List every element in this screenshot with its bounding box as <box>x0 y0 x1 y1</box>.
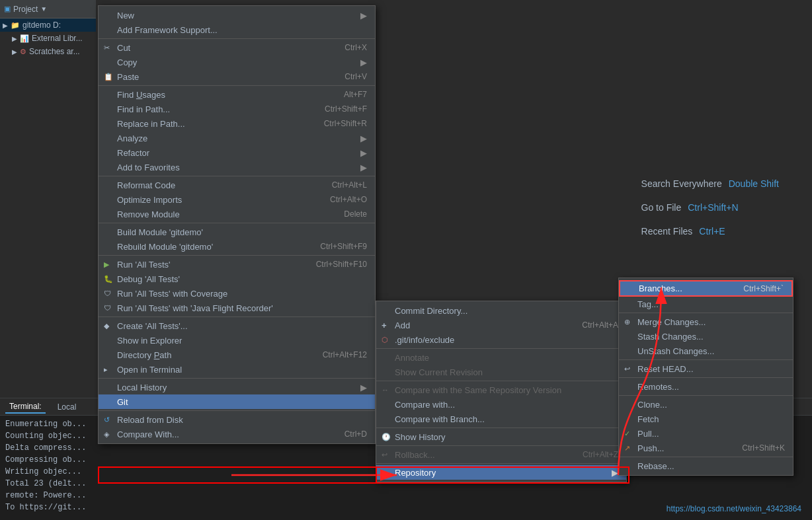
menu-item-refactor[interactable]: Refactor ▶ <box>99 145 375 160</box>
search-everywhere-shortcut: Double Shift <box>729 178 779 189</box>
menu-item-run-flight[interactable]: 🛡 Run 'All Tests' with 'Java Flight Reco… <box>99 301 375 315</box>
menu-item-build-module[interactable]: Build Module 'gitdemo' <box>99 225 375 239</box>
unstash-label: UnStash Changes... <box>637 346 714 356</box>
merge-changes-label: Merge Changes... <box>637 317 706 327</box>
find-in-path-label: Find in Path... <box>117 104 170 114</box>
menu-item-paste[interactable]: 📋 Paste Ctrl+V <box>99 69 375 84</box>
refactor-arrow: ▶ <box>360 148 367 158</box>
git-menu-annotate[interactable]: Annotate <box>376 350 626 365</box>
reset-head-label: Reset HEAD... <box>637 364 694 374</box>
git-menu-compare-same[interactable]: ↔ Compare with the Same Repository Versi… <box>376 383 626 397</box>
tree-item-scratches[interactable]: ▶ ⚙ Scratches ar... <box>0 45 96 58</box>
git-menu-compare-branch[interactable]: Compare with Branch... <box>376 412 626 426</box>
paste-label: Paste <box>117 72 139 82</box>
refactor-label: Refactor <box>117 148 149 158</box>
git-menu-show-current-rev[interactable]: Show Current Revision <box>376 365 626 379</box>
git-menu-add[interactable]: + Add Ctrl+Alt+A <box>376 318 626 332</box>
repo-menu-rebase[interactable]: Rebase... <box>619 459 793 473</box>
compare-same-icon: ↔ <box>382 386 389 394</box>
replace-in-path-label: Replace in Path... <box>117 119 185 129</box>
terminal-tab-local[interactable]: Local <box>54 401 81 413</box>
repo-menu-reset-head[interactable]: ↩ Reset HEAD... <box>619 361 793 376</box>
context-menu-git: Commit Directory... + Add Ctrl+Alt+A ⬡ .… <box>376 301 627 482</box>
repository-arrow: ▶ <box>612 468 618 478</box>
menu-item-remove-module[interactable]: Remove Module Delete <box>99 207 375 221</box>
recent-files-label: Recent Files <box>641 226 693 237</box>
menu-item-add-framework[interactable]: Add Framework Support... <box>99 22 375 37</box>
terminal-tab-terminal[interactable]: Terminal: <box>5 400 46 414</box>
menu-item-cut[interactable]: ✂ Cut Ctrl+X <box>99 40 375 55</box>
menu-item-create-tests[interactable]: ◆ Create 'All Tests'... <box>99 318 375 333</box>
local-history-label: Local History <box>117 383 167 392</box>
folder-icon: 📁 <box>11 21 20 30</box>
tree-item-gitdemo[interactable]: ▶ 📁 gitdemo D: <box>0 19 96 32</box>
menu-item-run-all-tests[interactable]: ▶ Run 'All Tests' Ctrl+Shift+F10 <box>99 257 375 272</box>
menu-item-find-usages[interactable]: Find Usages Alt+F7 <box>99 87 375 102</box>
go-to-file-shortcut: Ctrl+Shift+N <box>688 202 738 213</box>
git-sep-3 <box>376 427 626 428</box>
context-menu-repo: Branches... Ctrl+Shift+` Tag... ⊕ Merge … <box>618 278 793 476</box>
menu-item-open-terminal[interactable]: ▸ Open in Terminal <box>99 362 375 377</box>
debug-all-tests-label: Debug 'All Tests' <box>117 274 180 284</box>
separator-3 <box>99 176 375 176</box>
expand-icon: ▶ <box>3 22 8 29</box>
menu-item-local-history[interactable]: Local History ▶ <box>99 380 375 394</box>
menu-item-compare-with[interactable]: ◈ Compare With... Ctrl+D <box>99 427 375 441</box>
debug-icon: 🐛 <box>104 275 113 283</box>
menu-item-debug-all-tests[interactable]: 🐛 Debug 'All Tests' <box>99 272 375 286</box>
undo-icon: ↩ <box>624 365 630 373</box>
run-icon: ▶ <box>104 260 109 269</box>
git-menu-git-info[interactable]: ⬡ .git/info/exclude <box>376 332 626 347</box>
menu-item-reformat[interactable]: Reformat Code Ctrl+Alt+L <box>99 178 375 192</box>
menu-item-directory-path[interactable]: Directory Path Ctrl+Alt+F12 <box>99 348 375 362</box>
flight-icon: 🛡 <box>104 304 111 312</box>
repo-menu-fetch[interactable]: Fetch <box>619 412 793 426</box>
git-menu-show-history[interactable]: 🕐 Show History <box>376 429 626 444</box>
stash-label: Stash Changes... <box>637 332 704 342</box>
repo-sep-4 <box>619 395 793 396</box>
menu-item-copy[interactable]: Copy ▶ <box>99 55 375 69</box>
run-flight-label: Run 'All Tests' with 'Java Flight Record… <box>117 303 273 313</box>
git-sep-1 <box>376 348 626 349</box>
rebuild-module-label: Rebuild Module 'gitdemo' <box>117 242 213 252</box>
repo-menu-remotes[interactable]: Remotes... <box>619 379 793 394</box>
menu-item-reload-disk[interactable]: ↺ Reload from Disk <box>99 412 375 427</box>
rollback-shortcut: Ctrl+Alt+Z <box>583 450 618 459</box>
menu-item-find-in-path[interactable]: Find in Path... Ctrl+Shift+F <box>99 102 375 116</box>
menu-item-replace-in-path[interactable]: Replace in Path... Ctrl+Shift+R <box>99 116 375 131</box>
git-menu-compare-with[interactable]: Compare with... <box>376 397 626 412</box>
menu-item-git[interactable]: Git <box>99 394 375 409</box>
tree-item-external-libs[interactable]: ▶ 📊 External Libr... <box>0 32 96 45</box>
menu-item-optimize-imports[interactable]: Optimize Imports Ctrl+Alt+O <box>99 192 375 207</box>
go-to-file-label: Go to File <box>641 202 682 213</box>
git-menu-rollback[interactable]: ↩ Rollback... Ctrl+Alt+Z <box>376 447 626 462</box>
menu-item-show-explorer[interactable]: Show in Explorer <box>99 333 375 348</box>
directory-path-shortcut: Ctrl+Alt+F12 <box>323 350 367 359</box>
libs-icon: 📊 <box>20 34 29 43</box>
show-current-rev-label: Show Current Revision <box>395 367 483 377</box>
reformat-label: Reformat Code <box>117 180 175 190</box>
remove-module-label: Remove Module <box>117 209 180 219</box>
menu-item-new[interactable]: New ▶ <box>99 8 375 22</box>
repo-menu-unstash[interactable]: UnStash Changes... <box>619 344 793 358</box>
menu-item-analyze[interactable]: Analyze ▶ <box>99 131 375 145</box>
repo-menu-tag[interactable]: Tag... <box>619 297 793 311</box>
project-dropdown-icon[interactable]: ▼ <box>40 5 47 13</box>
paste-shortcut: Ctrl+V <box>345 72 367 81</box>
menu-item-run-coverage[interactable]: 🛡 Run 'All Tests' with Coverage <box>99 286 375 301</box>
scissors-icon: ✂ <box>104 44 110 52</box>
repo-menu-stash[interactable]: Stash Changes... <box>619 329 793 344</box>
git-menu-commit-dir[interactable]: Commit Directory... <box>376 303 626 318</box>
git-menu-repository[interactable]: Repository ▶ <box>376 465 626 480</box>
menu-item-rebuild-module[interactable]: Rebuild Module 'gitdemo' Ctrl+Shift+F9 <box>99 239 375 254</box>
repo-menu-branches[interactable]: Branches... Ctrl+Shift+` <box>619 280 793 297</box>
repo-menu-clone[interactable]: Clone... <box>619 397 793 412</box>
repo-menu-pull[interactable]: ✓ Pull... <box>619 426 793 441</box>
compare-with-shortcut: Ctrl+D <box>345 429 367 439</box>
cut-shortcut: Ctrl+X <box>345 43 367 52</box>
repo-menu-merge-changes[interactable]: ⊕ Merge Changes... <box>619 315 793 329</box>
repo-menu-push[interactable]: ↗ Push... Ctrl+Shift+K <box>619 441 793 455</box>
menu-item-add-favorites[interactable]: Add to Favorites ▶ <box>99 160 375 174</box>
find-in-path-shortcut: Ctrl+Shift+F <box>325 104 367 114</box>
search-everywhere-row: Search Everywhere Double Shift <box>641 178 779 189</box>
